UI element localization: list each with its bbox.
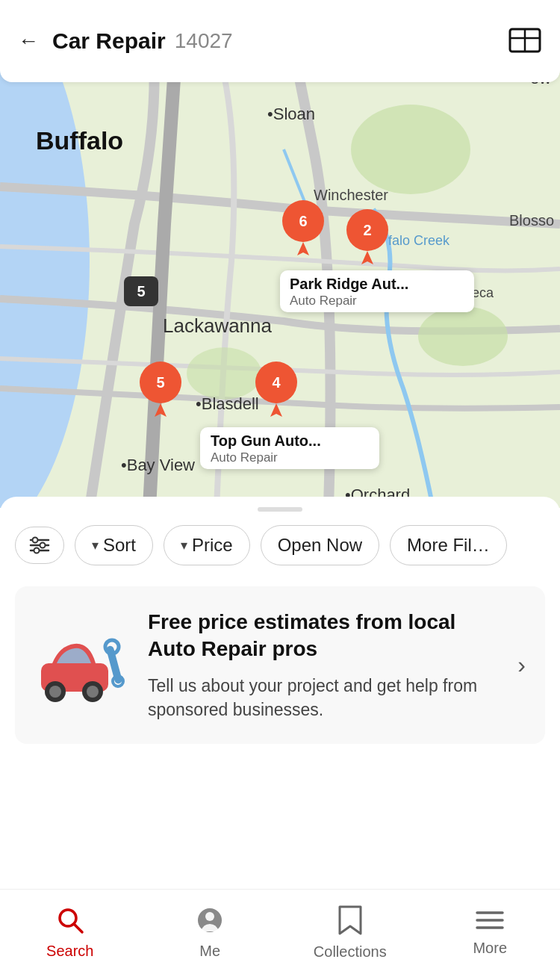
- nav-collections[interactable]: Collections: [280, 901, 420, 961]
- search-nav-label: Search: [46, 943, 93, 960]
- svg-point-40: [34, 548, 40, 553]
- svg-text:Buffalo: Buffalo: [36, 126, 123, 155]
- svg-text:•Blasdell: •Blasdell: [196, 394, 259, 413]
- price-button[interactable]: ▾ Price: [164, 525, 250, 565]
- nav-me[interactable]: Me: [140, 902, 281, 960]
- bottom-nav: Search Me Collections More: [0, 889, 560, 971]
- filter-tune-button[interactable]: [15, 527, 64, 564]
- open-now-button[interactable]: Open Now: [261, 525, 379, 565]
- svg-text:•Sloan: •Sloan: [267, 105, 315, 123]
- open-now-label: Open Now: [278, 535, 362, 556]
- search-nav-icon: [56, 906, 84, 939]
- sort-button[interactable]: ▾ Sort: [75, 525, 153, 565]
- search-title: Car Repair: [52, 28, 166, 54]
- back-button[interactable]: ←: [18, 29, 39, 53]
- promo-subtitle: Tell us about your project and get help …: [148, 674, 504, 722]
- svg-text:Blosso: Blosso: [509, 212, 554, 229]
- promo-arrow-icon: ›: [517, 651, 526, 679]
- svg-point-2: [351, 105, 470, 194]
- svg-text:6: 6: [299, 213, 307, 229]
- svg-point-3: [418, 306, 508, 366]
- svg-point-43: [49, 686, 61, 698]
- sort-label: Sort: [103, 535, 136, 556]
- more-filters-button[interactable]: More Fil…: [390, 525, 507, 565]
- more-nav-icon: [476, 909, 504, 936]
- svg-text:5: 5: [156, 374, 164, 391]
- filter-row: ▾ Sort ▾ Price Open Now More Fil…: [0, 512, 560, 573]
- me-nav-label: Me: [199, 943, 220, 960]
- svg-text:5: 5: [137, 283, 145, 300]
- more-nav-label: More: [473, 940, 507, 957]
- nav-search[interactable]: Search: [0, 902, 140, 960]
- svg-point-39: [40, 543, 46, 548]
- svg-text:Auto Repair: Auto Repair: [211, 450, 278, 465]
- svg-text:falo Creek: falo Creek: [388, 233, 450, 248]
- svg-point-45: [87, 686, 99, 698]
- price-label: Price: [192, 535, 233, 556]
- sort-chevron-icon: ▾: [92, 537, 99, 553]
- svg-text:•Bay View: •Bay View: [121, 456, 195, 474]
- svg-line-50: [74, 924, 82, 932]
- svg-text:4: 4: [272, 374, 281, 391]
- search-zip: 14027: [175, 29, 233, 53]
- svg-point-52: [205, 912, 214, 921]
- promo-icon: [30, 624, 134, 707]
- me-nav-icon: [196, 906, 224, 939]
- promo-title: Free price estimates from local Auto Rep…: [148, 609, 504, 663]
- svg-point-38: [33, 538, 38, 543]
- svg-point-4: [187, 347, 261, 400]
- nav-more[interactable]: More: [420, 905, 561, 957]
- collections-nav-label: Collections: [314, 943, 387, 961]
- more-filters-label: More Fil…: [407, 535, 490, 556]
- promo-text: Free price estimates from local Auto Rep…: [148, 609, 504, 722]
- svg-text:Auto Repair: Auto Repair: [290, 294, 357, 308]
- svg-text:Park Ridge Aut...: Park Ridge Aut...: [290, 276, 408, 292]
- svg-text:2: 2: [363, 222, 371, 238]
- price-chevron-icon: ▾: [181, 537, 187, 553]
- svg-text:Top Gun Auto...: Top Gun Auto...: [211, 432, 321, 449]
- top-bar: ← Car Repair 14027: [0, 0, 560, 82]
- svg-text:Winchester: Winchester: [314, 187, 388, 203]
- promo-card[interactable]: Free price estimates from local Auto Rep…: [15, 586, 545, 744]
- collections-nav-icon: [337, 905, 364, 940]
- svg-text:Lackawanna: Lackawanna: [163, 314, 273, 337]
- map-toggle-button[interactable]: [508, 25, 542, 58]
